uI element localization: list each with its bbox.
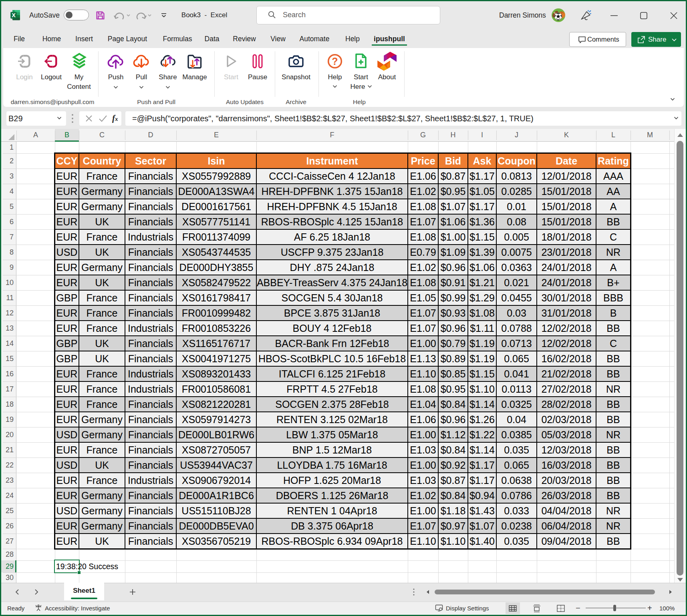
svg-text:?: ? <box>332 56 338 67</box>
svg-text:X: X <box>12 12 16 18</box>
